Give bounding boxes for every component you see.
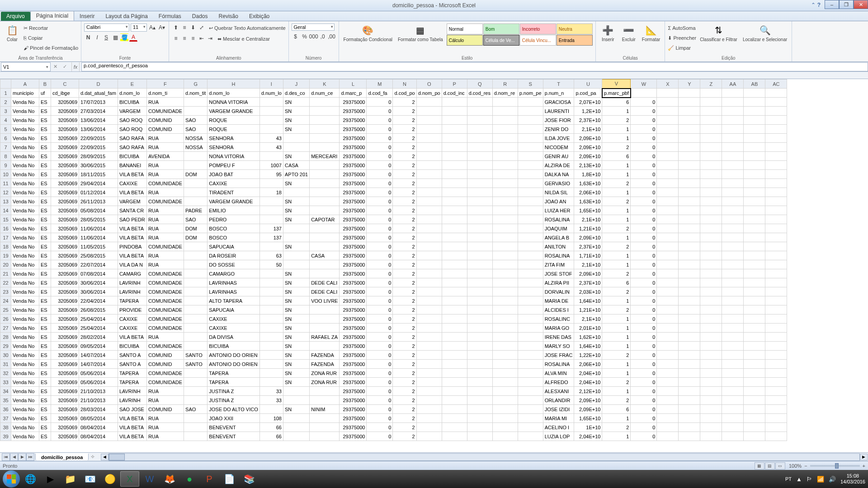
cell-E11[interactable]: CAXIXE xyxy=(118,179,146,188)
cell-G30[interactable]: SANTO xyxy=(184,351,208,360)
cell-Q21[interactable] xyxy=(467,269,492,278)
cell-G4[interactable]: SAO xyxy=(184,116,208,125)
cell-M27[interactable]: 0 xyxy=(367,324,393,333)
col-header-E[interactable]: E xyxy=(118,80,146,89)
cell-X9[interactable] xyxy=(657,161,679,170)
cell-AB4[interactable] xyxy=(744,116,765,125)
cell-E27[interactable]: CAXIXE xyxy=(118,324,146,333)
orientation-icon[interactable]: ⤢ xyxy=(198,23,206,32)
cell-I27[interactable] xyxy=(259,324,283,333)
cell-U14[interactable]: 1,65E+10 xyxy=(574,206,602,215)
cell-I10[interactable]: 95 xyxy=(259,170,283,179)
cell-K37[interactable] xyxy=(310,414,340,423)
cell-R27[interactable] xyxy=(492,324,518,333)
cell-J15[interactable]: SN xyxy=(283,215,309,224)
cell-D6[interactable]: 22/09/2015 xyxy=(79,134,118,143)
cell-B19[interactable]: ES xyxy=(39,251,51,260)
cell-H25[interactable]: SAPUCAIA xyxy=(208,305,259,314)
cell-N23[interactable]: 2 xyxy=(393,287,416,296)
cell-L11[interactable]: 29375000 xyxy=(340,179,367,188)
cell-S18[interactable] xyxy=(518,242,543,251)
cell-G32[interactable] xyxy=(184,369,208,378)
cell-T16[interactable]: JOAQUIM xyxy=(543,224,574,233)
cell-F16[interactable]: RUA xyxy=(146,224,184,233)
cell-N7[interactable]: 2 xyxy=(393,143,416,152)
cell-A3[interactable]: Venda No xyxy=(11,107,39,116)
cell-AA19[interactable] xyxy=(722,251,744,260)
cell-I14[interactable] xyxy=(259,206,283,215)
cell-V9[interactable]: 1 xyxy=(602,161,631,170)
cell-R10[interactable] xyxy=(492,170,518,179)
cell-E24[interactable]: TAPERA xyxy=(118,296,146,305)
cell-S31[interactable] xyxy=(518,360,543,369)
cell-V38[interactable]: 2 xyxy=(602,423,631,432)
cell-G7[interactable]: NOSSA xyxy=(184,143,208,152)
row-header-29[interactable]: 29 xyxy=(0,342,11,351)
cell-F38[interactable]: RUA xyxy=(146,423,184,432)
maximize-button[interactable]: ❐ xyxy=(839,0,854,9)
cell-E16[interactable]: VILA BETA xyxy=(118,224,146,233)
cell-A5[interactable]: Venda No xyxy=(11,125,39,134)
cell-X17[interactable] xyxy=(657,233,679,242)
cell-I7[interactable]: 43 xyxy=(259,143,283,152)
cell-Z18[interactable] xyxy=(700,242,722,251)
cell-V7[interactable]: 2 xyxy=(602,143,631,152)
cell-Q15[interactable] xyxy=(467,215,492,224)
cell-AC14[interactable] xyxy=(765,206,787,215)
cell-AA28[interactable] xyxy=(722,333,744,342)
cell-P9[interactable] xyxy=(442,161,467,170)
cell-Q11[interactable] xyxy=(467,179,492,188)
cell-L38[interactable]: 29375000 xyxy=(340,423,367,432)
cell-E35[interactable]: LAVRINH xyxy=(118,396,146,405)
cell-Z34[interactable] xyxy=(700,387,722,396)
cell-F30[interactable]: COMUNID xyxy=(146,351,184,360)
cell-G1[interactable]: d.nom_tit xyxy=(184,89,208,98)
style-incorreto[interactable]: Incorreto xyxy=(520,23,556,34)
cell-P17[interactable] xyxy=(442,233,467,242)
cell-X30[interactable] xyxy=(657,351,679,360)
cell-J26[interactable]: SN xyxy=(283,314,309,324)
cell-C2[interactable]: 3205069 xyxy=(51,98,79,107)
cell-I32[interactable] xyxy=(259,369,283,378)
cell-S4[interactable] xyxy=(518,116,543,125)
cell-T30[interactable]: JOSE FRAC xyxy=(543,351,574,360)
cell-G21[interactable] xyxy=(184,269,208,278)
cell-H2[interactable]: NONNA VITORIA xyxy=(208,98,259,107)
cell-B3[interactable]: ES xyxy=(39,107,51,116)
cell-S20[interactable] xyxy=(518,260,543,269)
cell-W30[interactable]: 0 xyxy=(631,351,657,360)
cell-E18[interactable]: PINDOBA xyxy=(118,242,146,251)
tab-layout[interactable]: Layout da Página xyxy=(100,12,153,21)
cell-E2[interactable]: BICUIBA xyxy=(118,98,146,107)
cell-AA30[interactable] xyxy=(722,351,744,360)
row-header-38[interactable]: 38 xyxy=(0,423,11,432)
cell-F10[interactable]: RUA xyxy=(146,170,184,179)
cell-K20[interactable] xyxy=(310,260,340,269)
cell-J31[interactable]: SN xyxy=(283,360,309,369)
cell-I9[interactable]: 1007 xyxy=(259,161,283,170)
cell-Z20[interactable] xyxy=(700,260,722,269)
cell-U12[interactable]: 2,06E+10 xyxy=(574,188,602,197)
cell-G3[interactable] xyxy=(184,107,208,116)
firefox-icon[interactable]: 🦊 xyxy=(160,471,179,487)
cell-AA11[interactable] xyxy=(722,179,744,188)
cell-L33[interactable]: 29375000 xyxy=(340,378,367,387)
cell-T26[interactable]: ROSALINC xyxy=(543,314,574,324)
cell-H1[interactable]: d.nom_lo xyxy=(208,89,259,98)
cell-Q9[interactable] xyxy=(467,161,492,170)
cell-G35[interactable] xyxy=(184,396,208,405)
minimize-button[interactable]: – xyxy=(825,0,839,9)
row-header-13[interactable]: 13 xyxy=(0,197,11,206)
cell-A24[interactable]: Venda No xyxy=(11,296,39,305)
cell-J35[interactable] xyxy=(283,396,309,405)
cell-AC23[interactable] xyxy=(765,287,787,296)
cell-Z30[interactable] xyxy=(700,351,722,360)
cell-K29[interactable] xyxy=(310,342,340,351)
cell-F5[interactable]: COMUNID xyxy=(146,125,184,134)
cell-N10[interactable]: 2 xyxy=(393,170,416,179)
cell-AA10[interactable] xyxy=(722,170,744,179)
cell-AA15[interactable] xyxy=(722,215,744,224)
cell-O22[interactable] xyxy=(416,278,442,287)
cell-M25[interactable]: 0 xyxy=(367,305,393,314)
cell-R29[interactable] xyxy=(492,342,518,351)
